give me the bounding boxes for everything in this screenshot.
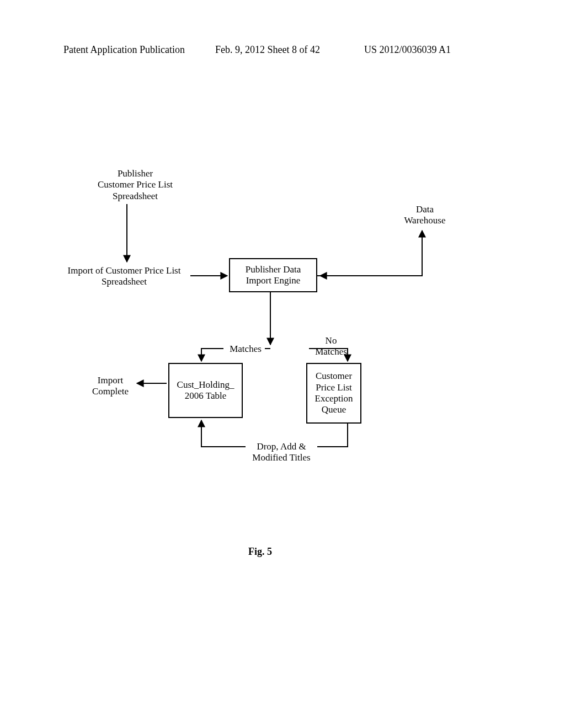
label-matches: Matches (223, 344, 268, 355)
label-data-warehouse: Data Warehouse (395, 204, 455, 227)
box-exception-queue: Customer Price List Exception Queue (306, 363, 361, 424)
header-right: US 2012/0036039 A1 (364, 44, 451, 56)
label-drop-add: Drop, Add & Modified Titles (246, 441, 317, 464)
header-left: Patent Application Publication (63, 44, 185, 56)
label-publisher-price-list: Publisher Customer Price List Spreadshee… (83, 168, 188, 202)
figure-caption: Fig. 5 (248, 546, 272, 558)
box-import-engine: Publisher Data Import Engine (229, 258, 317, 292)
label-import-price-list: Import of Customer Price List Spreadshee… (58, 265, 190, 288)
label-no-matches: No Matches (312, 335, 350, 358)
diagram-arrows (0, 0, 565, 728)
header-mid: Feb. 9, 2012 Sheet 8 of 42 (215, 44, 320, 56)
label-import-complete: Import Complete (86, 375, 135, 398)
patent-page: Patent Application Publication Feb. 9, 2… (0, 0, 565, 728)
box-cust-holding: Cust_Holding_ 2006 Table (168, 363, 243, 418)
